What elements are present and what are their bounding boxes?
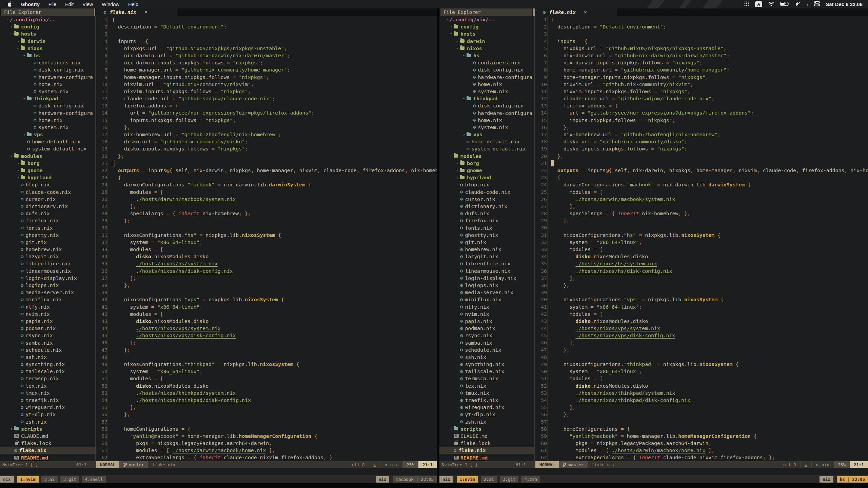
tree-item-ssh-nix[interactable]: ⚙ssh.nix bbox=[439, 353, 535, 361]
tree-item-login-display-nix[interactable]: ⚙login-display.nix bbox=[0, 274, 96, 282]
tree-item-podman-nix[interactable]: ⚙podman.nix bbox=[439, 325, 535, 332]
tree-item-claude-code-nix[interactable]: ⚙claude-code.nix bbox=[439, 188, 535, 196]
tree-item-flake-lock[interactable]: flake.lock bbox=[439, 440, 535, 447]
menu-view[interactable]: View bbox=[82, 2, 93, 7]
tree-item-fonts-nix[interactable]: ⚙fonts.nix bbox=[439, 224, 535, 231]
tree-item-traefik-nix[interactable]: ⚙traefik.nix bbox=[0, 396, 96, 404]
tree-item-hs[interactable]: ›hs bbox=[0, 52, 96, 59]
tab-flake-nix[interactable]: ⚙flake.nix× bbox=[96, 8, 177, 16]
tree-item-hyprland[interactable]: ›hyprland bbox=[439, 174, 535, 181]
wifi-icon[interactable] bbox=[768, 1, 774, 7]
tree-item-vps[interactable]: ›vps bbox=[0, 131, 96, 138]
tree-item-disk-config-nix[interactable]: ⚙disk-config.nix bbox=[0, 66, 96, 73]
tree-item-hyprland[interactable]: ›hyprland bbox=[0, 174, 96, 181]
tree-item-system-default-nix[interactable]: ⚙system-default.nix bbox=[439, 145, 535, 152]
tree-item-logiops-nix[interactable]: ⚙logiops.nix bbox=[439, 282, 535, 289]
tmux-window-2-ai[interactable]: 2:ai bbox=[481, 476, 497, 483]
tree-item-home-nix[interactable]: ⚙home.nix bbox=[0, 81, 96, 88]
tree-item-home-default-nix[interactable]: ⚙home-default.nix bbox=[439, 138, 535, 145]
tmux-session-name[interactable]: nix bbox=[439, 476, 453, 483]
menu-edit[interactable]: Edit bbox=[65, 2, 74, 7]
tree-item-system-nix[interactable]: ⚙system.nix bbox=[0, 124, 96, 131]
tab-close-icon[interactable]: × bbox=[584, 9, 587, 15]
tmux-window-1-nvim[interactable]: 1:nvim bbox=[17, 476, 39, 483]
tree-item-borg[interactable]: ›borg bbox=[0, 160, 96, 167]
tree-item-ntfy-nix[interactable]: ⚙ntfy.nix bbox=[0, 303, 96, 310]
tree-item-config[interactable]: ›config bbox=[439, 23, 535, 30]
tree-item-hardware-configura[interactable]: ⚙hardware-configura bbox=[439, 109, 535, 116]
tree-item-syncthing-nix[interactable]: ⚙syncthing.nix bbox=[0, 361, 96, 368]
tree-item-ssh-nix[interactable]: ⚙ssh.nix bbox=[0, 353, 96, 361]
tree-item-tex-nix[interactable]: ⚙tex.nix bbox=[0, 382, 96, 389]
tree-item-btop-nix[interactable]: ⚙btop.nix bbox=[0, 181, 96, 188]
tree-item-gnome[interactable]: ›gnome bbox=[0, 167, 96, 174]
tree-item-modules[interactable]: ›modules bbox=[0, 152, 96, 160]
tree-item-ghostty-nix[interactable]: ⚙ghostty.nix bbox=[0, 231, 96, 239]
tree-item-modules[interactable]: ›modules bbox=[439, 152, 535, 160]
tree-item-linearmouse-nix[interactable]: ⚙linearmouse.nix bbox=[0, 267, 96, 274]
chevron-down-icon[interactable]: › bbox=[449, 31, 454, 36]
menu-window[interactable]: Window bbox=[102, 2, 119, 7]
tree-item-darwin[interactable]: ›darwin bbox=[0, 38, 96, 45]
tmux-window-4-zsh[interactable]: 4:zsh bbox=[521, 476, 540, 483]
chevron-down-icon[interactable]: › bbox=[22, 53, 27, 58]
tree-item-rsync-nix[interactable]: ⚙rsync.nix bbox=[0, 332, 96, 339]
menu-bar-clock[interactable]: Sat Dec 6 22.06 bbox=[826, 2, 863, 7]
chevron-down-icon[interactable]: › bbox=[16, 46, 21, 51]
apps-grid-icon[interactable] bbox=[744, 1, 749, 7]
tree-item-wireguard-nix[interactable]: ⚙wireguard.nix bbox=[439, 404, 535, 411]
chevron-right-icon[interactable]: › bbox=[9, 24, 14, 29]
tree-item-syncthing-nix[interactable]: ⚙syncthing.nix bbox=[439, 361, 535, 368]
window-separator[interactable] bbox=[95, 16, 96, 461]
tmux-window-3-git[interactable]: 3:git bbox=[500, 476, 519, 483]
tree-item-containers-nix[interactable]: ⚙containers.nix bbox=[439, 59, 535, 66]
tree-item-vps[interactable]: ›vps bbox=[439, 131, 535, 138]
chevron-right-icon[interactable]: › bbox=[461, 132, 467, 137]
tmux-window-2-ai[interactable]: 2:ai bbox=[41, 476, 58, 483]
tree-item-scripts[interactable]: ›scripts bbox=[0, 425, 96, 432]
tree-item-miniflux-nix[interactable]: ⚙miniflux.nix bbox=[0, 296, 96, 303]
tree-item-wireguard-nix[interactable]: ⚙wireguard.nix bbox=[0, 404, 96, 411]
tree-item-homebrew-nix[interactable]: ⚙homebrew.nix bbox=[0, 246, 96, 253]
tree-item-zsh-nix[interactable]: ⚙zsh.nix bbox=[439, 418, 535, 425]
tree-item-homebrew-nix[interactable]: ⚙homebrew.nix bbox=[439, 246, 535, 253]
tree-item-readme-md[interactable]: M↓README.md bbox=[0, 454, 96, 461]
tree-item-dufs-nix[interactable]: ⚙dufs.nix bbox=[439, 210, 535, 217]
chevron-right-icon[interactable]: › bbox=[16, 39, 21, 44]
tree-item-lazygit-nix[interactable]: ⚙lazygit.nix bbox=[0, 253, 96, 260]
tree-item-firefox-nix[interactable]: ⚙firefox.nix bbox=[439, 217, 535, 224]
tree-item-libreoffice-nix[interactable]: ⚙libreoffice.nix bbox=[0, 260, 96, 267]
code-buffer[interactable]: { description = "Default environment"; i… bbox=[547, 16, 868, 461]
tree-item-system-default-nix[interactable]: ⚙system-default.nix bbox=[0, 145, 96, 152]
chevron-right-icon[interactable]: › bbox=[455, 39, 460, 44]
tree-item-disk-config-nix[interactable]: ⚙disk-config.nix bbox=[439, 102, 535, 109]
tmux-window-4-shell[interactable]: 4:shell bbox=[82, 476, 106, 483]
chevron-right-icon[interactable]: › bbox=[455, 161, 460, 166]
tree-item-git-nix[interactable]: ⚙git.nix bbox=[0, 239, 96, 246]
tree-item-home-nix[interactable]: ⚙home.nix bbox=[439, 81, 535, 88]
tree-item-hosts[interactable]: ›hosts bbox=[0, 30, 96, 37]
tree-item-rsync-nix[interactable]: ⚙rsync.nix bbox=[439, 332, 535, 339]
code-buffer[interactable]: { description = "Default environment"; i… bbox=[107, 16, 437, 461]
menu-help[interactable]: Help bbox=[128, 2, 138, 7]
tree-item-system-nix[interactable]: ⚙system.nix bbox=[439, 124, 535, 131]
tree-item-home-nix[interactable]: ⚙home.nix bbox=[0, 117, 96, 124]
tree-item-media-server-nix[interactable]: ⚙media-server.nix bbox=[439, 289, 535, 296]
tree-item-darwin[interactable]: ›darwin bbox=[439, 38, 535, 45]
tree-item-samba-nix[interactable]: ⚙samba.nix bbox=[0, 339, 96, 346]
tree-item-tmux-nix[interactable]: ⚙tmux.nix bbox=[439, 389, 535, 396]
tree-item-borg[interactable]: ›borg bbox=[439, 160, 535, 167]
apple-menu-icon[interactable] bbox=[7, 1, 12, 7]
tree-item-lazygit-nix[interactable]: ⚙lazygit.nix bbox=[439, 253, 535, 260]
control-center-icon[interactable] bbox=[814, 1, 820, 7]
chevron-down-icon[interactable]: › bbox=[461, 96, 467, 101]
tree-item-flake-nix[interactable]: ⚙flake.nix bbox=[439, 447, 535, 454]
chevron-down-icon[interactable]: › bbox=[449, 154, 454, 159]
tree-item-dictionary-nix[interactable]: ⚙dictionary.nix bbox=[0, 203, 96, 210]
tree-item-hardware-configura[interactable]: ⚙hardware-configura bbox=[0, 74, 96, 81]
tmux-session-name-right[interactable]: nix bbox=[376, 476, 390, 483]
tmux-window-1-nvim[interactable]: 1:nvim bbox=[457, 476, 478, 483]
tree-item-miniflux-nix[interactable]: ⚙miniflux.nix bbox=[439, 296, 535, 303]
tree-item-containers-nix[interactable]: ⚙containers.nix bbox=[0, 59, 96, 66]
tree-item-cursor-nix[interactable]: ⚙cursor.nix bbox=[439, 196, 535, 203]
